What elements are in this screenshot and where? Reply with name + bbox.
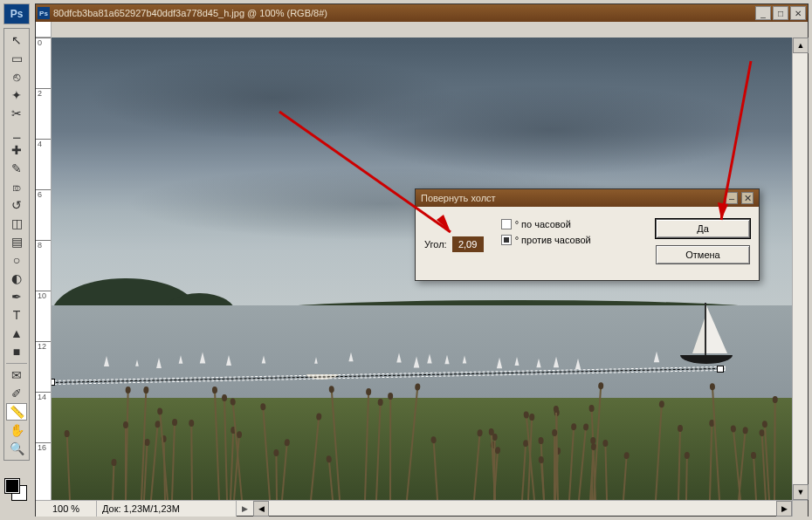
color-swatches[interactable]: [3, 477, 30, 503]
dialog-title: Повернуть холст: [421, 193, 722, 203]
close-button[interactable]: ✕: [790, 6, 806, 20]
brush-tool[interactable]: ✎: [6, 160, 27, 177]
ok-button[interactable]: Да: [656, 219, 750, 238]
document-info[interactable]: Док: 1,23M/1,23M: [97, 501, 237, 517]
eyedropper-tool[interactable]: ✐: [6, 385, 27, 402]
angle-label: Угол:: [424, 239, 447, 250]
minimize-button[interactable]: _: [755, 6, 771, 20]
path-select-tool[interactable]: ▲: [6, 325, 27, 342]
document-icon: Ps: [38, 7, 50, 19]
slice-tool[interactable]: ⎯: [6, 123, 27, 140]
blur-tool[interactable]: ○: [6, 251, 27, 269]
magic-wand-tool[interactable]: ✦: [6, 86, 27, 104]
zoom-level[interactable]: 100 %: [36, 501, 97, 517]
cancel-button[interactable]: Отмена: [656, 245, 750, 264]
radio-label: ° против часовой: [515, 235, 591, 245]
radio-icon: [501, 235, 512, 245]
foreground-swatch[interactable]: [5, 479, 19, 493]
eraser-tool[interactable]: ◫: [6, 215, 27, 232]
dialog-minimize-icon[interactable]: –: [726, 192, 738, 204]
radio-counterclockwise[interactable]: ° против часовой: [501, 235, 591, 245]
radio-clockwise[interactable]: ° по часовой: [501, 219, 591, 229]
document-title: 80dfcb3ba81a652927b40ddf3a778d45_h.jpg @…: [53, 8, 755, 18]
healing-brush-tool[interactable]: ✚: [6, 141, 27, 159]
type-tool[interactable]: T: [6, 306, 27, 324]
rectangle-tool[interactable]: ■: [6, 343, 27, 360]
marquee-tool[interactable]: ▭: [6, 50, 27, 67]
image-editor: { "document": { "title": "80dfcb3ba81a65…: [0, 0, 812, 520]
ruler-tool[interactable]: 📏: [6, 403, 27, 421]
ruler-origin[interactable]: [36, 22, 52, 38]
scroll-down-button[interactable]: ▼: [793, 484, 809, 500]
scroll-right-button[interactable]: ▶: [776, 501, 792, 517]
notes-tool[interactable]: ✉: [6, 366, 27, 384]
stamp-tool[interactable]: ⎄: [6, 178, 27, 195]
lasso-tool[interactable]: ⎋: [6, 68, 27, 86]
crop-tool[interactable]: ✂: [6, 105, 27, 122]
document-titlebar[interactable]: Ps 80dfcb3ba81a652927b40ddf3a778d45_h.jp…: [36, 4, 808, 22]
radio-label: ° по часовой: [515, 219, 571, 229]
ruler-vertical[interactable]: 0246810121416: [36, 38, 52, 500]
angle-input[interactable]: [452, 236, 484, 252]
app-logo: Ps: [3, 3, 30, 24]
maximize-button[interactable]: □: [773, 6, 788, 20]
info-menu-icon[interactable]: ▶: [237, 504, 253, 513]
zoom-tool[interactable]: 🔍: [6, 440, 27, 457]
hand-tool[interactable]: ✋: [6, 421, 27, 439]
radio-icon: [501, 219, 512, 229]
pen-tool[interactable]: ✒: [6, 288, 27, 305]
scroll-up-button[interactable]: ▲: [793, 38, 809, 53]
move-tool[interactable]: ↖: [6, 31, 27, 49]
tools-panel: ↖▭⎋✦✂⎯✚✎⎄↺◫▤○◐✒T▲■✉✐📏✋🔍: [3, 28, 30, 461]
dialog-close-icon[interactable]: ✕: [741, 192, 754, 204]
rotate-canvas-dialog[interactable]: Повернуть холст – ✕ Угол: ° по часовой °…: [415, 188, 760, 281]
history-brush-tool[interactable]: ↺: [6, 196, 27, 214]
dodge-tool[interactable]: ◐: [6, 270, 27, 287]
gradient-tool[interactable]: ▤: [6, 233, 27, 250]
scrollbar-vertical[interactable]: ▲ ▼: [792, 38, 808, 500]
resize-grip[interactable]: [792, 501, 808, 517]
scroll-left-button[interactable]: ◀: [253, 501, 269, 517]
dialog-titlebar[interactable]: Повернуть холст – ✕: [416, 189, 759, 207]
